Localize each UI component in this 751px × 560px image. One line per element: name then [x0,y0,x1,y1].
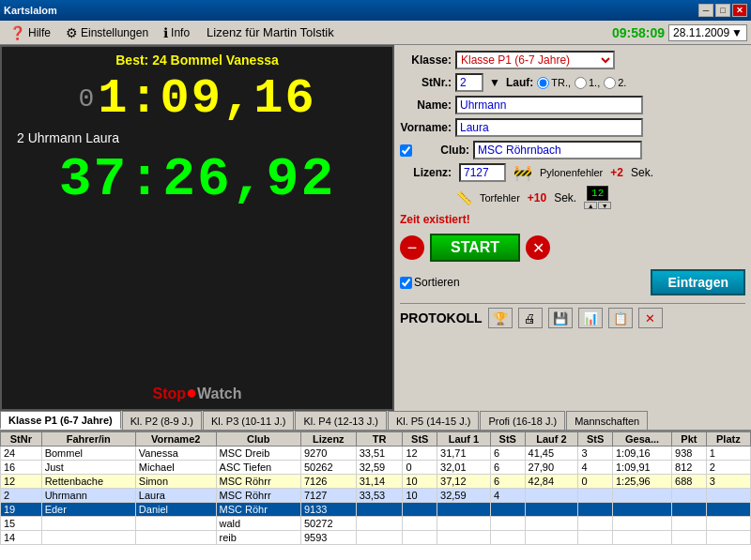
tor-value: +10 [528,191,546,204]
close-proto-button[interactable]: ✕ [638,308,663,328]
einstellungen-menu[interactable]: ⚙ Einstellungen [60,23,154,42]
table-icon-button[interactable]: 📋 [608,308,633,328]
lizenz-input[interactable] [459,163,506,182]
col-stnr: StNr [1,432,42,446]
col-fahrer: Fahrer/in [41,432,135,446]
minus-button[interactable]: − [400,235,424,260]
right-panel: Klasse: Klasse P1 (6-7 Jahre) StNr.: ▼ L… [394,45,751,411]
main-timer-container: 37:26,92 [8,149,387,210]
strnr-row: StNr.: ▼ Lauf: TR., 1., 2. [400,73,745,92]
main-content: Best: 24 Bommel Vanessa 0 1:09,16 2 Uhrm… [0,45,751,411]
table-row[interactable]: 24BommelVanessaMSC Dreib927033,511231,71… [1,446,751,461]
table-row[interactable]: 19EderDanielMSC Röhr9133 [1,503,751,517]
col-pkt: Pkt [672,432,707,446]
lizenz-label: Lizenz: [400,166,452,179]
minimize-button[interactable]: ─ [698,4,713,17]
tabs-bar: Klasse P1 (6-7 Jahre) Kl. P2 (8-9 J.) Kl… [0,411,751,431]
zeit-start-row: Zeit existiert! [400,213,745,226]
start-row: − START ✕ [400,234,745,262]
col-lauf2: Lauf 2 [525,432,578,446]
tab-klasse-p5[interactable]: Kl. P5 (14-15 J.) [388,411,479,430]
col-sts2: StS [490,432,525,446]
club-label: Club: [418,144,469,157]
tor-up-button[interactable]: ▲ [584,202,597,209]
sortieren-label[interactable]: Sortieren [400,276,460,289]
sortieren-row: Sortieren Eintragen [400,269,745,295]
col-sts: StS [403,432,437,446]
col-lauf1: Lauf 1 [437,432,491,446]
date-dropdown[interactable]: 28.11.2009 ▼ [668,24,747,41]
license-text: Lizenz für Martin Tolstik [207,25,334,39]
title-bar: Kartslalom ─ □ ✕ [0,0,751,21]
date-value: 28.11.2009 [673,26,729,39]
klasse-label: Klasse: [400,53,452,67]
stopwatch-panel: Best: 24 Bommel Vanessa 0 1:09,16 2 Uhrm… [0,45,394,411]
pylon-icon: 🚧 [513,164,532,182]
col-lizenz: Lizenz [300,432,356,446]
close-button[interactable]: ✕ [732,4,747,17]
pylonen-label: Pylonenfehler [540,167,603,178]
sortieren-checkbox[interactable] [400,277,412,289]
title-bar-text: Kartslalom [4,5,57,16]
start-button[interactable]: START [430,234,520,262]
hilfe-menu[interactable]: ❓ Hilfe [4,23,56,42]
excel-icon-button[interactable]: 📊 [578,308,603,328]
tab-profi[interactable]: Profi (16-18 J.) [480,411,565,430]
tor-count: 12 [587,186,608,201]
lauf-tr-radio[interactable]: TR., [537,77,571,89]
tab-klasse-p3[interactable]: Kl. P3 (10-11 J.) [203,411,294,430]
vorname-input[interactable] [455,118,643,137]
info-menu[interactable]: ℹ Info [158,23,195,42]
tab-klasse-p1[interactable]: Klasse P1 (6-7 Jahre) [0,411,121,430]
printer-icon-button[interactable]: 🖨 [518,308,543,328]
zeit-error: Zeit existiert! [400,213,470,226]
table-row[interactable]: 16JustMichaelASC Tiefen5026232,59032,016… [1,461,751,475]
table-row[interactable]: 12RettenbacheSimonMSC Röhrr712631,141037… [1,475,751,489]
tor-label: Torfehler [480,192,520,204]
club-row: Club: [400,141,745,159]
table-row[interactable]: 14reib9593 [1,531,751,545]
cancel-button[interactable]: ✕ [526,235,550,260]
col-vorname: Vorname2 [135,432,216,446]
trophy-icon-button[interactable]: 🏆 [488,308,513,328]
name-input[interactable] [455,96,643,114]
col-platz: Platz [706,432,750,446]
tab-mannschaften[interactable]: Mannschaften [566,411,648,430]
pylonen-sek: Sek. [631,166,653,179]
maximize-button[interactable]: □ [715,4,730,17]
col-tr: TR [356,432,403,446]
tor-sek: Sek. [554,191,576,204]
klasse-row: Klasse: Klasse P1 (6-7 Jahre) [400,51,745,69]
vorname-row: Vorname: [400,118,745,137]
tab-klasse-p2[interactable]: Kl. P2 (8-9 J.) [122,411,202,430]
table-container: StNr Fahrer/in Vorname2 Club Lizenz TR S… [0,431,751,560]
klasse-select[interactable]: Klasse P1 (6-7 Jahre) [455,51,615,69]
vorname-label: Vorname: [400,121,452,134]
date-chevron-icon: ▼ [731,26,743,39]
stNr-input[interactable] [455,73,483,92]
pylonen-value: +2 [610,166,623,179]
save-icon-button[interactable]: 💾 [548,308,573,328]
table-row[interactable]: 2UhrmannLauraMSC Röhrr712733,531032,594 [1,489,751,503]
club-checkbox[interactable] [400,144,412,157]
info-label: Info [171,26,190,39]
lauf-1-radio[interactable]: 1., [575,77,600,89]
tor-down-button[interactable]: ▼ [598,202,611,209]
results-table: StNr Fahrer/in Vorname2 Club Lizenz TR S… [0,431,751,545]
hilfe-icon: ❓ [9,25,25,40]
protokoll-label: PROTOKOLL [400,310,483,325]
tab-klasse-p4[interactable]: Kl. P4 (12-13 J.) [295,411,386,430]
main-timer: 37:26,92 [59,149,335,210]
best-display: Best: 24 Bommel Vanessa [8,53,387,68]
col-sts3: StS [578,432,613,446]
club-input[interactable] [473,141,642,159]
lauf-label: Lauf: [506,76,533,89]
timer-top: 0 1:09,16 [8,71,387,127]
top-timer: 1:09,16 [98,71,315,127]
eintragen-button[interactable]: Eintragen [651,269,745,295]
time-display: 09:58:09 [612,25,665,40]
title-bar-buttons: ─ □ ✕ [698,4,747,17]
hilfe-label: Hilfe [28,26,51,39]
table-row[interactable]: 15wald50272 [1,517,751,531]
lauf-2-radio[interactable]: 2. [604,77,626,89]
